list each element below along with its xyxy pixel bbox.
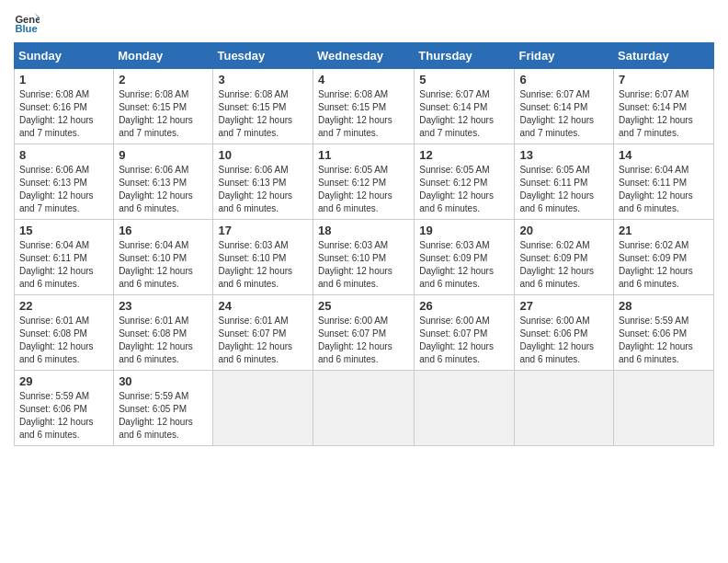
day-number: 17	[218, 224, 308, 237]
day-info: Sunrise: 5:59 AM Sunset: 6:06 PM Dayligh…	[19, 390, 108, 442]
header-day-friday: Friday	[515, 43, 614, 69]
day-info: Sunrise: 6:04 AM Sunset: 6:11 PM Dayligh…	[19, 239, 108, 291]
calendar-week-3: 15 Sunrise: 6:04 AM Sunset: 6:11 PM Dayl…	[15, 220, 714, 295]
calendar-cell: 27 Sunrise: 6:00 AM Sunset: 6:06 PM Dayl…	[515, 295, 614, 371]
header: General Blue	[14, 9, 714, 35]
calendar-week-1: 1 Sunrise: 6:08 AM Sunset: 6:16 PM Dayli…	[15, 69, 714, 144]
day-info: Sunrise: 6:01 AM Sunset: 6:08 PM Dayligh…	[119, 315, 208, 366]
calendar-cell: 6 Sunrise: 6:07 AM Sunset: 6:14 PM Dayli…	[515, 69, 614, 144]
day-number: 24	[218, 299, 308, 313]
day-info: Sunrise: 6:07 AM Sunset: 6:14 PM Dayligh…	[619, 88, 709, 140]
day-number: 8	[19, 148, 108, 162]
day-info: Sunrise: 6:01 AM Sunset: 6:08 PM Dayligh…	[19, 315, 108, 366]
day-number: 16	[119, 224, 208, 237]
day-number: 12	[419, 148, 509, 162]
calendar-cell: 14 Sunrise: 6:04 AM Sunset: 6:11 PM Dayl…	[614, 144, 714, 220]
calendar-cell: 9 Sunrise: 6:06 AM Sunset: 6:13 PM Dayli…	[114, 144, 213, 220]
calendar-week-2: 8 Sunrise: 6:06 AM Sunset: 6:13 PM Dayli…	[15, 144, 714, 220]
calendar-cell	[614, 371, 714, 446]
day-number: 20	[519, 224, 609, 237]
calendar-cell: 24 Sunrise: 6:01 AM Sunset: 6:07 PM Dayl…	[213, 295, 313, 371]
calendar-cell: 10 Sunrise: 6:06 AM Sunset: 6:13 PM Dayl…	[213, 144, 313, 220]
day-number: 6	[519, 73, 609, 86]
day-info: Sunrise: 6:00 AM Sunset: 6:07 PM Dayligh…	[419, 315, 509, 366]
calendar-cell: 23 Sunrise: 6:01 AM Sunset: 6:08 PM Dayl…	[114, 295, 213, 371]
calendar-cell: 25 Sunrise: 6:00 AM Sunset: 6:07 PM Dayl…	[313, 295, 415, 371]
calendar-cell: 3 Sunrise: 6:08 AM Sunset: 6:15 PM Dayli…	[213, 69, 313, 144]
calendar-cell	[415, 371, 515, 446]
calendar-cell	[313, 371, 415, 446]
day-info: Sunrise: 6:06 AM Sunset: 6:13 PM Dayligh…	[119, 164, 208, 215]
day-info: Sunrise: 6:08 AM Sunset: 6:16 PM Dayligh…	[19, 88, 108, 140]
day-number: 13	[519, 148, 609, 162]
day-number: 3	[218, 73, 308, 86]
calendar-cell	[213, 371, 313, 446]
calendar-cell: 11 Sunrise: 6:05 AM Sunset: 6:12 PM Dayl…	[313, 144, 415, 220]
logo: General Blue	[14, 9, 43, 35]
day-number: 11	[318, 148, 409, 162]
calendar-cell: 5 Sunrise: 6:07 AM Sunset: 6:14 PM Dayli…	[415, 69, 515, 144]
day-number: 28	[619, 299, 709, 313]
day-info: Sunrise: 6:03 AM Sunset: 6:10 PM Dayligh…	[218, 239, 308, 291]
calendar-week-4: 22 Sunrise: 6:01 AM Sunset: 6:08 PM Dayl…	[15, 295, 714, 371]
day-info: Sunrise: 6:02 AM Sunset: 6:09 PM Dayligh…	[519, 239, 609, 291]
day-info: Sunrise: 6:02 AM Sunset: 6:09 PM Dayligh…	[619, 239, 709, 291]
day-number: 27	[519, 299, 609, 313]
day-info: Sunrise: 6:05 AM Sunset: 6:12 PM Dayligh…	[318, 164, 409, 215]
logo-icon: General Blue	[14, 9, 40, 35]
header-day-wednesday: Wednesday	[313, 43, 415, 69]
day-info: Sunrise: 6:05 AM Sunset: 6:11 PM Dayligh…	[519, 164, 609, 215]
day-number: 18	[318, 224, 409, 237]
day-info: Sunrise: 6:07 AM Sunset: 6:14 PM Dayligh…	[419, 88, 509, 140]
day-number: 22	[19, 299, 108, 313]
day-number: 29	[19, 374, 108, 388]
day-number: 10	[218, 148, 308, 162]
day-info: Sunrise: 6:03 AM Sunset: 6:09 PM Dayligh…	[419, 239, 509, 291]
day-info: Sunrise: 6:06 AM Sunset: 6:13 PM Dayligh…	[19, 164, 108, 215]
header-day-monday: Monday	[114, 43, 213, 69]
calendar-cell: 26 Sunrise: 6:00 AM Sunset: 6:07 PM Dayl…	[415, 295, 515, 371]
day-info: Sunrise: 5:59 AM Sunset: 6:05 PM Dayligh…	[119, 390, 208, 442]
calendar-cell: 30 Sunrise: 5:59 AM Sunset: 6:05 PM Dayl…	[114, 371, 213, 446]
calendar-cell: 13 Sunrise: 6:05 AM Sunset: 6:11 PM Dayl…	[515, 144, 614, 220]
day-info: Sunrise: 6:03 AM Sunset: 6:10 PM Dayligh…	[318, 239, 409, 291]
calendar-cell: 18 Sunrise: 6:03 AM Sunset: 6:10 PM Dayl…	[313, 220, 415, 295]
day-info: Sunrise: 6:04 AM Sunset: 6:11 PM Dayligh…	[619, 164, 709, 215]
calendar-cell: 15 Sunrise: 6:04 AM Sunset: 6:11 PM Dayl…	[15, 220, 114, 295]
calendar-cell: 19 Sunrise: 6:03 AM Sunset: 6:09 PM Dayl…	[415, 220, 515, 295]
day-number: 2	[119, 73, 208, 86]
calendar-cell: 8 Sunrise: 6:06 AM Sunset: 6:13 PM Dayli…	[15, 144, 114, 220]
header-day-thursday: Thursday	[415, 43, 515, 69]
calendar-table: SundayMondayTuesdayWednesdayThursdayFrid…	[14, 42, 714, 446]
day-number: 23	[119, 299, 208, 313]
calendar-cell: 2 Sunrise: 6:08 AM Sunset: 6:15 PM Dayli…	[114, 69, 213, 144]
day-number: 15	[19, 224, 108, 237]
calendar-cell: 21 Sunrise: 6:02 AM Sunset: 6:09 PM Dayl…	[614, 220, 714, 295]
day-info: Sunrise: 5:59 AM Sunset: 6:06 PM Dayligh…	[619, 315, 709, 366]
day-info: Sunrise: 6:06 AM Sunset: 6:13 PM Dayligh…	[218, 164, 308, 215]
calendar-cell: 17 Sunrise: 6:03 AM Sunset: 6:10 PM Dayl…	[213, 220, 313, 295]
calendar-cell: 12 Sunrise: 6:05 AM Sunset: 6:12 PM Dayl…	[415, 144, 515, 220]
day-info: Sunrise: 6:00 AM Sunset: 6:07 PM Dayligh…	[318, 315, 409, 366]
day-info: Sunrise: 6:08 AM Sunset: 6:15 PM Dayligh…	[318, 88, 409, 140]
day-number: 19	[419, 224, 509, 237]
day-info: Sunrise: 6:04 AM Sunset: 6:10 PM Dayligh…	[119, 239, 208, 291]
day-info: Sunrise: 6:08 AM Sunset: 6:15 PM Dayligh…	[218, 88, 308, 140]
day-number: 30	[119, 374, 208, 388]
calendar-cell: 29 Sunrise: 5:59 AM Sunset: 6:06 PM Dayl…	[15, 371, 114, 446]
day-number: 25	[318, 299, 409, 313]
header-day-tuesday: Tuesday	[213, 43, 313, 69]
calendar-week-5: 29 Sunrise: 5:59 AM Sunset: 6:06 PM Dayl…	[15, 371, 714, 446]
header-day-saturday: Saturday	[614, 43, 714, 69]
day-number: 14	[619, 148, 709, 162]
calendar-cell: 7 Sunrise: 6:07 AM Sunset: 6:14 PM Dayli…	[614, 69, 714, 144]
header-day-sunday: Sunday	[15, 43, 114, 69]
day-info: Sunrise: 6:05 AM Sunset: 6:12 PM Dayligh…	[419, 164, 509, 215]
calendar-cell: 22 Sunrise: 6:01 AM Sunset: 6:08 PM Dayl…	[15, 295, 114, 371]
day-info: Sunrise: 6:08 AM Sunset: 6:15 PM Dayligh…	[119, 88, 208, 140]
day-number: 21	[619, 224, 709, 237]
day-number: 1	[19, 73, 108, 86]
day-info: Sunrise: 6:01 AM Sunset: 6:07 PM Dayligh…	[218, 315, 308, 366]
calendar-cell: 1 Sunrise: 6:08 AM Sunset: 6:16 PM Dayli…	[15, 69, 114, 144]
day-number: 26	[419, 299, 509, 313]
